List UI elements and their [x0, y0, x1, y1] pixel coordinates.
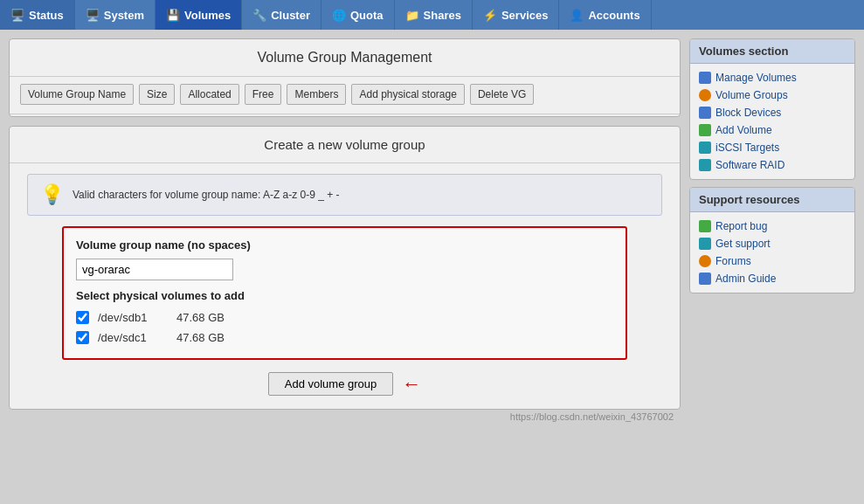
content-area: Volume Group Management Volume Group Nam… — [9, 38, 681, 495]
status-tab-icon: 🖥️ — [10, 9, 24, 22]
admin-guide-link[interactable]: Admin Guide — [715, 273, 776, 285]
iscsi-icon — [699, 142, 711, 154]
col-size: Size — [139, 84, 175, 105]
report-bug-icon — [699, 220, 711, 232]
checkbox-sdc1[interactable] — [76, 331, 89, 344]
vol-size-sdc1: 47.68 GB — [176, 331, 225, 344]
sidebar-item-forums[interactable]: Forums — [695, 252, 849, 270]
admin-guide-icon — [699, 273, 711, 285]
tab-quota[interactable]: 🌐 Quota — [321, 0, 395, 30]
sidebar-volumes-items: Manage Volumes Volume Groups Block Devic… — [690, 64, 854, 179]
forums-link[interactable]: Forums — [715, 255, 751, 267]
tab-status[interactable]: 🖥️ Status — [0, 0, 75, 30]
col-add-physical: Add physical storage — [351, 84, 464, 105]
sidebar-item-report-bug[interactable]: Report bug — [695, 217, 849, 235]
sidebar-item-block-devices[interactable]: Block Devices — [695, 104, 849, 121]
manage-volumes-icon — [699, 72, 711, 84]
create-vg-section: Create a new volume group 💡 Valid charac… — [9, 126, 681, 410]
system-tab-icon: 🖥️ — [86, 9, 100, 22]
add-volume-link[interactable]: Add Volume — [715, 124, 772, 136]
col-members: Members — [287, 84, 346, 105]
tab-volumes[interactable]: 💾 Volumes — [156, 0, 242, 30]
vgm-title: Volume Group Management — [10, 39, 680, 77]
add-volume-icon — [699, 124, 711, 136]
forums-icon — [699, 255, 711, 267]
software-raid-icon — [699, 159, 711, 171]
bulb-icon: 💡 — [40, 183, 64, 206]
main-layout: Volume Group Management Volume Group Nam… — [0, 30, 864, 504]
arrow-icon: ← — [402, 373, 421, 396]
checkbox-sdb1[interactable] — [76, 311, 89, 324]
tab-system[interactable]: 🖥️ System — [75, 0, 156, 30]
volume-groups-link[interactable]: Volume Groups — [715, 89, 788, 101]
sidebar-item-software-raid[interactable]: Software RAID — [695, 156, 849, 174]
software-raid-link[interactable]: Software RAID — [715, 159, 785, 171]
sidebar-volumes-title: Volumes section — [690, 39, 854, 64]
sidebar-item-admin-guide[interactable]: Admin Guide — [695, 270, 849, 287]
add-btn-row: Add volume group ← — [10, 372, 680, 396]
sidebar-item-get-support[interactable]: Get support — [695, 235, 849, 252]
info-box: 💡 Valid characters for volume group name… — [27, 174, 662, 216]
sidebar-item-manage-volumes[interactable]: Manage Volumes — [695, 69, 849, 86]
volume-row-sdc1: /dev/sdc1 47.68 GB — [76, 328, 613, 348]
cluster-tab-icon: 🔧 — [252, 9, 266, 22]
tab-accounts[interactable]: 👤 Accounts — [559, 0, 651, 30]
vgm-box: Volume Group Management Volume Group Nam… — [9, 38, 681, 117]
volume-row-sdb1: /dev/sdb1 47.68 GB — [76, 307, 613, 328]
sidebar-support-title: Support resources — [690, 188, 854, 212]
report-bug-link[interactable]: Report bug — [715, 220, 767, 232]
vol-name-sdb1: /dev/sdb1 — [98, 311, 168, 324]
tab-cluster[interactable]: 🔧 Cluster — [242, 0, 321, 30]
accounts-tab-icon: 👤 — [570, 9, 584, 22]
block-devices-link[interactable]: Block Devices — [715, 107, 781, 119]
sidebar-item-iscsi[interactable]: iSCSI Targets — [695, 139, 849, 156]
add-volume-group-button[interactable]: Add volume group — [268, 372, 394, 396]
tab-services[interactable]: ⚡ Services — [473, 0, 560, 30]
sidebar-item-volume-groups[interactable]: Volume Groups — [695, 86, 849, 104]
vg-name-label: Volume group name (no spaces) — [76, 238, 613, 252]
tab-shares[interactable]: 📁 Shares — [395, 0, 473, 30]
get-support-link[interactable]: Get support — [715, 238, 771, 250]
select-pv-label: Select physical volumes to add — [76, 289, 613, 302]
sidebar: Volumes section Manage Volumes Volume Gr… — [689, 38, 855, 495]
block-devices-icon — [699, 107, 711, 119]
sidebar-support-items: Report bug Get support Forums Admin Guid… — [690, 212, 854, 293]
create-title: Create a new volume group — [10, 127, 680, 163]
col-free: Free — [245, 84, 282, 105]
volumes-tab-icon: 💾 — [166, 9, 180, 22]
vol-size-sdb1: 47.68 GB — [176, 311, 225, 324]
volume-groups-icon — [699, 89, 711, 101]
vol-name-sdc1: /dev/sdc1 — [98, 331, 168, 344]
col-allocated: Allocated — [180, 84, 238, 105]
quota-tab-icon: 🌐 — [332, 9, 346, 22]
iscsi-link[interactable]: iSCSI Targets — [715, 142, 779, 154]
col-delete-vg: Delete VG — [470, 84, 534, 105]
sidebar-item-add-volume[interactable]: Add Volume — [695, 121, 849, 139]
col-vg-name: Volume Group Name — [20, 84, 134, 105]
manage-volumes-link[interactable]: Manage Volumes — [715, 72, 797, 84]
sidebar-volumes-section: Volumes section Manage Volumes Volume Gr… — [689, 38, 855, 180]
column-headers: Volume Group Name Size Allocated Free Me… — [10, 77, 680, 112]
services-tab-icon: ⚡ — [483, 9, 497, 22]
shares-tab-icon: 📁 — [405, 9, 419, 22]
create-vg-form: Volume group name (no spaces) Select phy… — [62, 226, 627, 360]
top-navigation: 🖥️ Status 🖥️ System 💾 Volumes 🔧 Cluster … — [0, 0, 864, 30]
sidebar-support-section: Support resources Report bug Get support… — [689, 187, 855, 293]
get-support-icon — [699, 238, 711, 250]
info-text: Valid characters for volume group name: … — [73, 189, 340, 201]
vg-name-input[interactable] — [76, 259, 233, 280]
watermark: https://blog.csdn.net/weixin_43767002 — [9, 410, 681, 424]
